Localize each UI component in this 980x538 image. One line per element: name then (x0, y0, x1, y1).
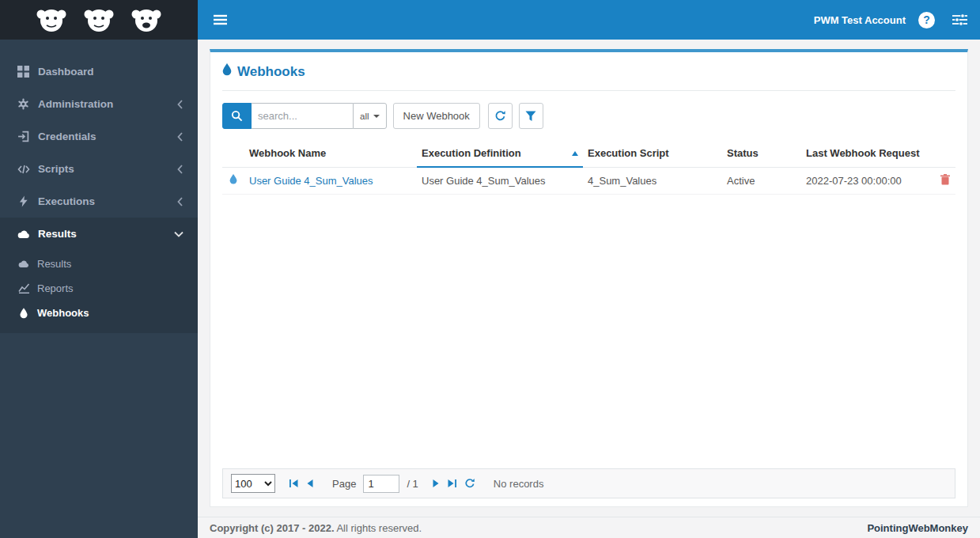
main-content: Webhooks all New Webhook (198, 40, 980, 517)
sidebar-subitem-reports[interactable]: Reports (0, 276, 198, 301)
page-title: Webhooks (222, 63, 955, 80)
previous-page-button[interactable] (306, 479, 314, 488)
copyright-years: Copyright (c) 2017 - 2022. (210, 522, 335, 534)
gears-icon (17, 98, 30, 110)
code-icon (17, 164, 30, 175)
refresh-icon[interactable] (464, 478, 475, 489)
search-scope-label: all (360, 112, 369, 121)
chevron-left-icon (177, 165, 184, 174)
toolbar: all New Webhook (222, 103, 955, 129)
column-label: Status (727, 147, 759, 159)
search-input[interactable] (252, 103, 353, 129)
search-scope-dropdown[interactable]: all (353, 103, 387, 129)
column-header-execution-script[interactable]: Execution Script (583, 140, 722, 167)
line-chart-icon (17, 283, 30, 294)
sidebar-item-label: Administration (38, 98, 113, 110)
page-label: Page (332, 478, 356, 490)
execution-definition-cell: User Guide 4_Sum_Values (417, 167, 583, 194)
chevron-left-icon (177, 100, 184, 109)
page-size-select[interactable]: 100 (231, 474, 275, 493)
sidebar-item-scripts[interactable]: Scripts (0, 153, 198, 185)
grid-icon (17, 66, 30, 78)
sidebar-nav: Dashboard Administration Credentials (0, 40, 198, 333)
three-monkeys-icon (27, 4, 171, 36)
sidebar-item-credentials[interactable]: Credentials (0, 120, 198, 153)
first-page-button[interactable] (289, 479, 299, 488)
filter-button[interactable] (519, 103, 543, 129)
page-number-input[interactable] (363, 475, 399, 493)
column-header-last-webhook-request[interactable]: Last Webhook Request (801, 140, 934, 167)
refresh-icon (494, 110, 506, 122)
sidebar-item-executions[interactable]: Executions (0, 185, 198, 218)
webhooks-panel: Webhooks all New Webhook (210, 49, 968, 507)
sidebar-subitem-webhooks[interactable]: Webhooks (0, 301, 198, 325)
delete-button[interactable] (940, 174, 950, 185)
settings-sliders-icon[interactable] (952, 13, 967, 26)
sidebar-item-label: Results (38, 228, 77, 240)
account-menu[interactable]: PWM Test Account (814, 14, 906, 26)
column-header-status[interactable]: Status (722, 140, 801, 167)
last-page-button[interactable] (447, 479, 457, 488)
sidebar-item-dashboard[interactable]: Dashboard (0, 55, 198, 88)
status-cell: Active (722, 167, 801, 194)
search-group: all (222, 103, 387, 129)
chevron-left-icon (177, 197, 184, 206)
sort-ascending-icon (572, 151, 578, 156)
sidebar-subitem-label: Webhooks (37, 307, 89, 319)
execution-script-cell: 4_Sum_Values (583, 167, 722, 194)
actions-column-header (934, 140, 955, 167)
help-icon[interactable]: ? (918, 12, 935, 28)
sidebar-subitem-label: Reports (37, 282, 74, 294)
topbar: PWM Test Account ? (198, 0, 980, 40)
row-type-cell (222, 167, 244, 194)
column-header-webhook-name[interactable]: Webhook Name (244, 140, 417, 167)
records-count-label: No records (494, 478, 544, 490)
pagination-bar: 100 Page / 1 (222, 468, 955, 498)
brand-name: PointingWebMonkey (867, 522, 968, 534)
page-title-text: Webhooks (237, 64, 305, 80)
table-empty-space (222, 195, 955, 469)
app-window: Dashboard Administration Credentials (0, 0, 980, 538)
column-header-execution-definition[interactable]: Execution Definition (417, 140, 583, 167)
sidebar-subitem-results[interactable]: Results (0, 252, 198, 276)
pager-nav (289, 479, 314, 488)
search-icon (231, 110, 243, 122)
trash-icon (940, 174, 950, 185)
column-label: Execution Definition (422, 147, 521, 159)
sidebar-subitem-label: Results (37, 258, 71, 270)
actions-cell (934, 167, 955, 194)
refresh-button[interactable] (488, 103, 513, 129)
new-webhook-button[interactable]: New Webhook (393, 103, 480, 129)
sidebar-item-administration[interactable]: Administration (0, 88, 198, 120)
webhook-link[interactable]: User Guide 4_Sum_Values (249, 175, 373, 187)
monkey-logo (0, 0, 198, 40)
icon-column-header (222, 140, 244, 167)
droplet-icon (222, 63, 232, 80)
pager-nav-next (432, 478, 475, 489)
footer: Copyright (c) 2017 - 2022. All rights re… (198, 517, 980, 538)
sidebar-item-label: Executions (38, 195, 95, 207)
search-button[interactable] (222, 103, 252, 129)
column-label: Last Webhook Request (806, 147, 920, 159)
total-pages-label: / 1 (407, 478, 418, 490)
cloud-icon (17, 229, 30, 239)
sidebar-item-label: Credentials (38, 131, 96, 142)
hamburger-menu-icon[interactable] (214, 14, 227, 25)
next-page-button[interactable] (432, 479, 440, 488)
sidebar-item-label: Dashboard (38, 66, 94, 78)
last-request-cell: 2022-07-23 00:00:00 (801, 167, 934, 194)
rights-text: All rights reserved. (336, 522, 422, 534)
divider (222, 90, 955, 91)
bolt-icon (17, 195, 30, 207)
droplet-icon (17, 308, 30, 319)
sidebar-item-results[interactable]: Results (0, 218, 198, 250)
webhook-name-cell: User Guide 4_Sum_Values (244, 167, 417, 194)
table-header-row: Webhook Name Execution Definition Execut… (222, 140, 955, 167)
column-label: Execution Script (588, 147, 669, 159)
copyright-text: Copyright (c) 2017 - 2022. All rights re… (210, 522, 422, 534)
chevron-left-icon (177, 132, 184, 142)
sign-in-icon (17, 131, 30, 142)
caret-down-icon (373, 115, 380, 118)
cloud-icon (17, 260, 30, 268)
sidebar-item-label: Scripts (38, 163, 74, 175)
